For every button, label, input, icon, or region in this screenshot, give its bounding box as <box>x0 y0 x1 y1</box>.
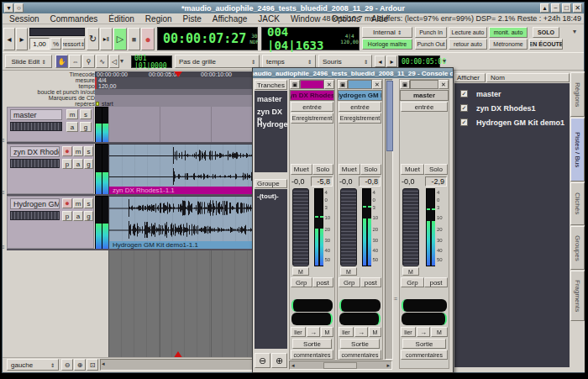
master-auto-a-button[interactable]: a <box>66 122 78 132</box>
tool-audition-button[interactable]: ◁ <box>109 55 119 68</box>
scroll-right-icon[interactable]: ▸ <box>386 362 390 369</box>
list-item[interactable]: Hydrogen <box>257 120 287 129</box>
master-mute-button[interactable]: m <box>66 109 78 119</box>
hydrogen-solo-button[interactable]: s <box>84 198 93 208</box>
goto-start-button[interactable]: ◂ <box>3 28 15 50</box>
nudge-chevron-icon[interactable]: ▾ <box>443 57 451 66</box>
group-list-header[interactable]: Groupe <box>255 179 287 188</box>
strip-pan-automation-button[interactable]: M <box>369 327 381 337</box>
ruler-label-timecode[interactable]: Timecode <box>7 71 97 77</box>
zyn-auto-a-button[interactable]: a <box>73 159 83 169</box>
zyn-gain-fader[interactable] <box>10 159 60 168</box>
scrollbar-thumb[interactable] <box>323 362 357 369</box>
stop-button[interactable]: ■ <box>128 28 140 50</box>
strip-gain-automation-button[interactable]: M <box>292 267 309 276</box>
menu-jack[interactable]: JACK <box>258 14 280 24</box>
column-header-nom[interactable]: Nom <box>486 73 570 82</box>
strip-pan-slider[interactable] <box>291 299 333 312</box>
tab-regions[interactable]: Régions <box>570 72 585 117</box>
strip-hide-button[interactable]: ✕ <box>438 80 449 89</box>
track-visible-checkbox[interactable]: ✓ <box>460 118 468 126</box>
strip-meter-point-button[interactable]: post <box>360 277 382 287</box>
strip-pan-link-button[interactable]: lier <box>291 327 306 337</box>
zyn-pan-button[interactable]: p <box>62 159 72 169</box>
group-list[interactable]: -(tout)- <box>255 189 287 349</box>
menu-session[interactable]: Session <box>9 14 39 24</box>
punch-out-button[interactable]: Punch Out <box>415 39 447 50</box>
strip-input-button[interactable]: entrée <box>401 102 448 112</box>
solo-button[interactable]: SOLO <box>533 27 559 38</box>
nudge-forward-button[interactable]: ▸ <box>386 55 397 67</box>
editor-titlebar[interactable]: *maudio_audiophile_2496_tests_bluedid_20… <box>3 3 584 13</box>
tab-pistes-bus[interactable]: Pistes / Bus <box>570 118 585 182</box>
tracks-bus-list[interactable]: ✓ master ✓ zyn DX Rhodes1 ✓ Hydrogen GM … <box>454 83 570 367</box>
edit-point-clock[interactable]: 001 |01|0000 <box>131 55 172 68</box>
tools-chevron-icon[interactable]: ▾ <box>120 57 129 66</box>
strip-output-button[interactable]: Sortie <box>292 339 332 349</box>
strip-input-button[interactable]: entrée <box>339 102 381 112</box>
zyn-solo-button[interactable]: s <box>84 146 93 156</box>
strip-pan-link-direction-button[interactable]: → <box>354 327 368 337</box>
shuttle-speed-display[interactable]: 1,00 <box>29 38 50 50</box>
mixer-horizontal-scrollbar[interactable]: ◂ ▸ <box>289 361 392 370</box>
window-maximize-icon[interactable]: □ <box>562 3 571 13</box>
strip-gain-fader[interactable] <box>402 188 419 266</box>
strip-mute-button[interactable]: Muet <box>401 164 424 175</box>
master-auto-g-button[interactable]: g <box>80 122 92 132</box>
list-item[interactable]: -(tout)- <box>257 192 279 200</box>
list-item[interactable]: zyn DX Rhodes1 <box>476 104 536 113</box>
hydrogen-pan-button[interactable]: p <box>62 211 72 221</box>
strip-gain-automation-button[interactable]: M <box>402 267 419 276</box>
strip-solo-button[interactable]: Solo <box>360 164 382 175</box>
play-range-button[interactable]: ▸‖ <box>100 28 113 50</box>
transport-expander-chevron-icon[interactable]: ▾ <box>570 28 580 38</box>
ruler-label-cd-markers[interactable]: Marqueurs de CD <box>7 95 97 101</box>
strip-gain-automation-button[interactable]: M <box>340 267 357 276</box>
positional-sync-button[interactable]: Horloge maître <box>362 39 412 50</box>
strip-pan-slider[interactable] <box>291 313 333 325</box>
audition-button[interactable]: EN ÉCOUTE <box>529 39 563 50</box>
zoom-fit-button[interactable]: ⊡ <box>87 359 98 371</box>
tool-range-button[interactable]: ⇔ <box>69 55 81 68</box>
scrollbar-thumb[interactable] <box>386 81 393 151</box>
strip-name-button[interactable]: Hydrogen GM K <box>338 90 382 101</box>
nudge-back-button[interactable]: ◂ <box>375 55 386 67</box>
nudge-clock[interactable]: 00:00:05:00 <box>398 55 440 68</box>
strip-solo-button[interactable]: Solo <box>312 164 334 175</box>
strips-list[interactable]: master zyn DX R Hydrogen <box>255 91 287 172</box>
strip-output-button[interactable]: Sortie <box>340 339 380 349</box>
scroll-left-icon[interactable]: ◂ <box>102 361 105 367</box>
list-item[interactable]: master <box>257 95 282 103</box>
strip-hide-button[interactable]: ✕ <box>372 80 382 89</box>
strip-pan-slider[interactable] <box>339 299 381 312</box>
strip-pan-slider[interactable] <box>402 313 447 325</box>
tab-cliches[interactable]: Clichés <box>570 182 585 225</box>
metronome-button[interactable]: Métronome <box>489 39 528 50</box>
mixer-vertical-scrollbar[interactable] <box>385 79 393 360</box>
resize-grip-icon[interactable]: ≡ <box>2 245 5 250</box>
strip-record-button[interactable]: Enregistrement <box>339 113 381 124</box>
zoom-in-button[interactable]: ⊕ <box>74 359 86 371</box>
strip-name-button[interactable]: master <box>400 90 449 101</box>
strip-pan-link-direction-button[interactable]: → <box>307 327 320 337</box>
master-solo-button[interactable]: s <box>80 109 92 119</box>
ruler-label-mesure[interactable]: mesure <box>7 77 97 83</box>
shuttle-mode-dropdown[interactable]: ressort⇕ <box>62 38 85 50</box>
menu-region[interactable]: Region <box>145 14 172 24</box>
strip-meter-point-button[interactable]: post <box>312 277 334 287</box>
hydrogen-auto-g-button[interactable]: g <box>84 211 93 221</box>
strip-mute-button[interactable]: Muet <box>339 164 360 175</box>
auto-input-button[interactable]: monit. auto <box>489 27 528 38</box>
zyn-mute-button[interactable]: m <box>73 146 83 156</box>
resize-grip-icon[interactable]: ≡ <box>2 190 5 195</box>
zyn-name-field[interactable]: zyn DX Rhodes <box>10 146 60 157</box>
play-button[interactable]: ▷ <box>113 28 127 50</box>
strip-input-button[interactable]: entrée <box>291 102 333 112</box>
tool-zoom-button[interactable]: ⚲ <box>82 55 95 68</box>
master-name-field[interactable]: master <box>10 109 62 120</box>
edit-point-dropdown[interactable]: Souris⇕ <box>318 55 372 68</box>
grid-mode-dropdown[interactable]: Pas de grille⇕ <box>175 55 260 68</box>
hydrogen-name-field[interactable]: Hydrogen GM K <box>10 198 60 209</box>
track-visible-checkbox[interactable]: ✓ <box>460 90 468 97</box>
list-item[interactable]: Hydrogen GM Kit demo1 <box>476 118 564 127</box>
